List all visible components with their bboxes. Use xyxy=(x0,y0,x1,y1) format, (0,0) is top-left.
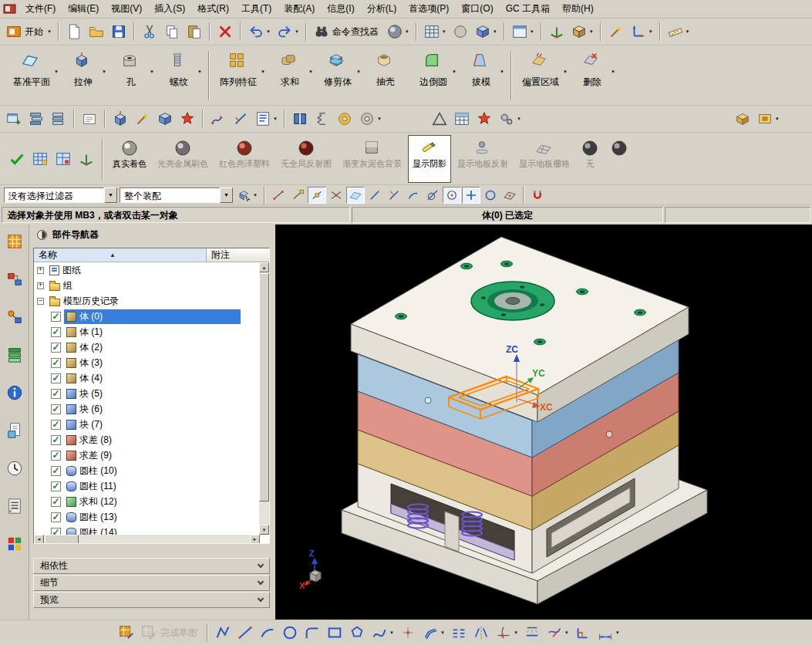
flatten-button[interactable] xyxy=(79,109,100,130)
chevron-down-icon[interactable] xyxy=(258,579,264,585)
internet-explorer-button[interactable] xyxy=(4,382,25,404)
pattern-curve-button[interactable] xyxy=(448,623,470,643)
floor-reflection-button[interactable]: 显示地板反射 xyxy=(453,135,513,183)
column-header-name[interactable]: 名称 ▲ xyxy=(34,248,207,262)
dropdown-arrow[interactable]: ▼ xyxy=(500,69,504,74)
annotation-list-button[interactable]: ▼ xyxy=(252,109,280,130)
tree-item-content[interactable]: 模型历史记录 xyxy=(47,294,121,309)
snap-point-on-face-button[interactable] xyxy=(500,187,519,204)
selection-scope-dropdown-arrow[interactable]: ▼ xyxy=(220,187,233,203)
move-object-button[interactable] xyxy=(605,22,627,42)
visibility-checkbox[interactable]: ✓ xyxy=(51,466,61,476)
details-section[interactable]: 细节 xyxy=(33,575,270,591)
part-settings-button[interactable] xyxy=(29,148,51,169)
sketch-fillet-button[interactable] xyxy=(302,623,323,643)
new-button[interactable] xyxy=(63,22,85,42)
dropdown-arrow[interactable]: ▼ xyxy=(452,69,457,74)
selection-filter-dropdown-arrow[interactable]: ▼ xyxy=(104,187,117,203)
tree-item-content[interactable]: 求和 (12) xyxy=(64,495,120,509)
copy-button[interactable] xyxy=(161,22,183,42)
circle-button[interactable] xyxy=(279,623,301,643)
tree-item-content[interactable]: 体 (0) xyxy=(64,309,241,324)
column-header-note[interactable]: 附注 xyxy=(207,248,269,262)
expand-icon[interactable]: + xyxy=(37,282,44,289)
snap-endpoint-button[interactable] xyxy=(288,187,307,204)
wcs-display-button[interactable] xyxy=(76,148,97,169)
collapse-icon[interactable]: − xyxy=(37,298,44,305)
orientation-button[interactable]: ▼ xyxy=(628,22,655,42)
constraint-navigator-button[interactable] xyxy=(4,306,25,328)
profile-button[interactable] xyxy=(212,623,234,643)
menu-item-1[interactable]: 文件(F) xyxy=(19,0,62,18)
dropdown-arrow[interactable]: ▼ xyxy=(493,29,497,34)
command-finder-button[interactable]: 命令查找器 xyxy=(311,22,383,42)
snap-intersection-button[interactable] xyxy=(327,187,345,204)
tree-item-6[interactable]: ✓体 (3) xyxy=(34,355,260,370)
menu-item-5[interactable]: 格式(R) xyxy=(191,0,235,18)
dropdown-arrow[interactable]: ▼ xyxy=(197,69,202,74)
visibility-checkbox[interactable]: ✓ xyxy=(51,373,61,383)
dropdown-arrow[interactable]: ▼ xyxy=(261,69,265,74)
visibility-checkbox[interactable]: ✓ xyxy=(51,497,61,507)
dropdown-arrow[interactable]: ▼ xyxy=(611,69,615,74)
assembly-navigator-button[interactable] xyxy=(4,268,25,290)
menu-item-13[interactable]: 帮助(H) xyxy=(556,0,600,18)
tree-item-content[interactable]: 圆柱 (14) xyxy=(64,525,120,535)
roles-button[interactable] xyxy=(4,533,25,555)
visibility-checkbox[interactable]: ✓ xyxy=(51,389,61,399)
tree-item-0[interactable]: +图纸 xyxy=(34,262,260,278)
visibility-checkbox[interactable]: ✓ xyxy=(51,404,61,414)
selection-scope-combo[interactable]: 整个装配 ▼ xyxy=(120,187,233,203)
arc-button[interactable] xyxy=(257,623,278,643)
tree-item-content[interactable]: 块 (6) xyxy=(64,402,105,417)
vertical-scroll-thumb[interactable] xyxy=(259,273,269,501)
edge-blend-button[interactable]: 边倒圆▼ xyxy=(412,47,460,104)
floor-grid-button[interactable]: 显示地板栅格 xyxy=(514,135,574,183)
torus-tool-button[interactable] xyxy=(334,109,355,130)
point-button[interactable] xyxy=(397,623,419,643)
snap-existing-point-button[interactable] xyxy=(462,187,480,204)
tree-item-content[interactable]: 圆柱 (13) xyxy=(64,510,120,525)
cut-button[interactable] xyxy=(139,22,160,42)
dropdown-arrow[interactable]: ▼ xyxy=(440,630,445,635)
scroll-left-button[interactable]: ◄ xyxy=(34,535,44,544)
tree-item-11[interactable]: ✓求差 (8) xyxy=(34,432,260,447)
layer-settings-button[interactable] xyxy=(25,109,47,130)
scroll-down-button[interactable]: ▼ xyxy=(259,525,269,535)
tree-item-10[interactable]: ✓块 (7) xyxy=(34,417,260,432)
hd3d-tools-button[interactable] xyxy=(4,420,25,441)
layer-visible-button[interactable] xyxy=(48,109,69,130)
intersection-point-button[interactable]: ▼ xyxy=(493,623,521,643)
dropdown-arrow[interactable]: ▼ xyxy=(530,29,534,34)
dropdown-arrow[interactable]: ▼ xyxy=(389,630,394,635)
dropdown-arrow[interactable]: ▼ xyxy=(615,630,620,635)
polygon-button[interactable] xyxy=(346,623,368,643)
spring-tool-button[interactable] xyxy=(312,109,333,130)
chevron-down-icon[interactable] xyxy=(258,562,264,568)
tree-item-content[interactable]: 体 (3) xyxy=(64,356,105,370)
tree-item-15[interactable]: ✓求和 (12) xyxy=(34,494,260,509)
offset-curve-button[interactable]: ▼ xyxy=(419,623,447,643)
hole-button[interactable]: 孔▼ xyxy=(110,47,157,104)
dropdown-arrow[interactable]: ▼ xyxy=(442,29,446,34)
visibility-checkbox[interactable]: ✓ xyxy=(51,420,61,430)
quick-trim-button[interactable]: ▼ xyxy=(544,623,571,643)
selection-filter-combo[interactable]: 没有选择过滤器 ▼ xyxy=(4,187,117,203)
render-style-button[interactable] xyxy=(450,22,471,42)
tree-item-content[interactable]: 块 (7) xyxy=(64,417,105,432)
preview-section[interactable]: 预览 xyxy=(33,592,270,608)
no-reflection-button[interactable]: 无全局反射图 xyxy=(276,135,336,183)
delete-button[interactable] xyxy=(214,22,236,42)
tree-item-content[interactable]: 求差 (8) xyxy=(64,433,114,447)
menu-item-9[interactable]: 分析(L) xyxy=(361,0,403,18)
pattern-feature-button[interactable]: 阵列特征▼ xyxy=(213,47,268,104)
visibility-checkbox[interactable]: ✓ xyxy=(51,481,61,491)
model-locating-ring[interactable] xyxy=(471,282,554,320)
dropdown-arrow[interactable]: ▼ xyxy=(649,29,653,34)
sketch-task-button[interactable] xyxy=(116,623,137,643)
measure-button[interactable]: ▼ xyxy=(665,22,692,42)
tree-item-content[interactable]: 图纸 xyxy=(47,263,83,278)
dropdown-arrow[interactable]: ▼ xyxy=(47,29,52,34)
menu-item-10[interactable]: 首选项(P) xyxy=(403,0,455,18)
thread-button[interactable]: 螺纹▼ xyxy=(157,47,205,104)
